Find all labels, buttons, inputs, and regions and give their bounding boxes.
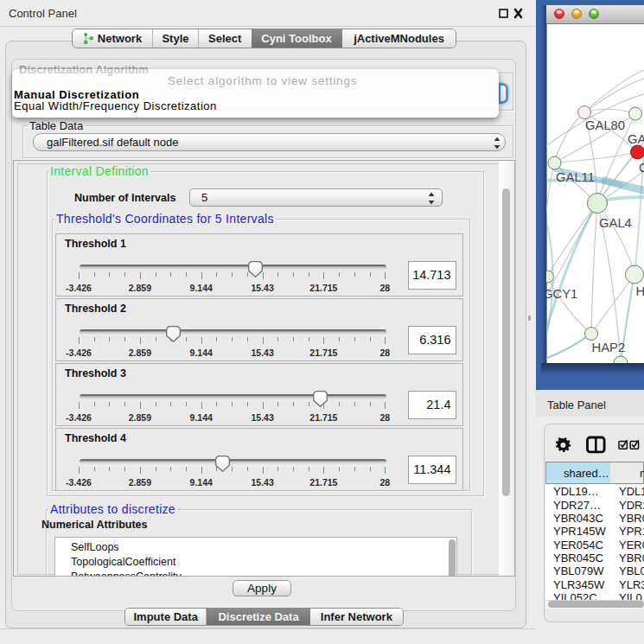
svg-text:CY: CY (639, 161, 644, 175)
svg-text:HAP2: HAP2 (592, 341, 626, 354)
svg-text:GAL4: GAL4 (599, 216, 632, 230)
svg-text:GAL11: GAL11 (556, 170, 595, 184)
svg-text:GA: GA (628, 132, 644, 146)
svg-text:GCY1: GCY1 (546, 287, 577, 301)
svg-text:GAL80: GAL80 (585, 118, 625, 132)
svg-text:HA: HA (636, 284, 644, 298)
